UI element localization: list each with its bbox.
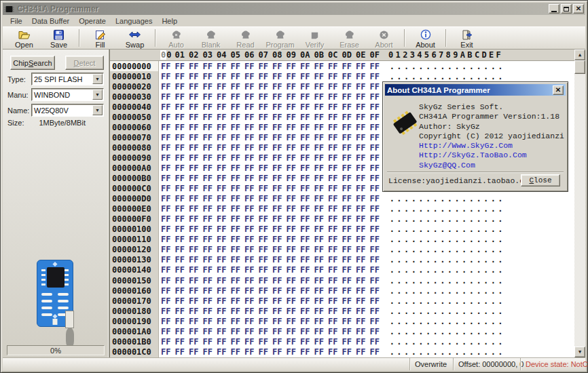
ascii-cell[interactable]: . bbox=[468, 224, 475, 234]
hex-byte-cell[interactable]: FF bbox=[159, 153, 173, 163]
ascii-cell[interactable]: . bbox=[454, 347, 461, 357]
ascii-cell[interactable]: . bbox=[418, 286, 425, 296]
ascii-cell[interactable]: . bbox=[388, 224, 396, 234]
ascii-cell[interactable]: . bbox=[432, 214, 439, 224]
hex-byte-cell[interactable]: FF bbox=[340, 245, 354, 254]
hex-byte-cell[interactable]: FF bbox=[368, 265, 382, 275]
ascii-cell[interactable]: . bbox=[482, 62, 490, 71]
hex-byte-cell[interactable]: FF bbox=[270, 245, 284, 254]
hex-byte-cell[interactable]: FF bbox=[326, 307, 340, 316]
hex-byte-cell[interactable]: FF bbox=[159, 224, 173, 234]
hex-byte-cell[interactable]: FF bbox=[187, 143, 201, 153]
ascii-cell[interactable]: . bbox=[454, 255, 461, 264]
ascii-cell[interactable]: . bbox=[388, 194, 396, 203]
hex-byte-cell[interactable]: FF bbox=[242, 123, 257, 132]
hex-byte-cell[interactable]: FF bbox=[312, 194, 327, 203]
ascii-cell[interactable]: . bbox=[454, 307, 461, 316]
hex-byte-cell[interactable]: FF bbox=[229, 224, 243, 234]
hex-byte-cell[interactable]: FF bbox=[298, 317, 312, 326]
hex-byte-cell[interactable]: FF bbox=[340, 123, 354, 132]
hex-byte-cell[interactable]: FF bbox=[215, 347, 229, 357]
ascii-cell[interactable]: . bbox=[475, 317, 483, 326]
hex-byte-cell[interactable]: FF bbox=[270, 327, 284, 336]
about-close-button[interactable]: Close bbox=[521, 174, 560, 186]
ascii-cell[interactable]: . bbox=[418, 307, 425, 316]
hex-byte-cell[interactable]: FF bbox=[284, 184, 299, 193]
ascii-cell[interactable]: . bbox=[424, 296, 432, 306]
hex-byte-cell[interactable]: FF bbox=[257, 276, 271, 286]
ascii-cell[interactable]: . bbox=[396, 337, 403, 347]
ascii-cell[interactable]: . bbox=[396, 317, 403, 326]
hex-byte-cell[interactable]: FF bbox=[242, 174, 257, 183]
ascii-cell[interactable]: . bbox=[497, 72, 504, 81]
ascii-cell[interactable]: . bbox=[388, 276, 396, 286]
hex-byte-cell[interactable]: FF bbox=[159, 307, 173, 316]
ascii-cell[interactable]: . bbox=[432, 72, 439, 81]
hex-byte-cell[interactable]: FF bbox=[242, 224, 257, 234]
ascii-cell[interactable]: . bbox=[446, 214, 454, 224]
hex-byte-cell[interactable]: FF bbox=[354, 174, 368, 183]
hex-byte-cell[interactable]: FF bbox=[284, 337, 299, 347]
hex-byte-cell[interactable]: FF bbox=[257, 317, 271, 326]
hex-byte-cell[interactable]: FF bbox=[270, 72, 284, 81]
hex-byte-cell[interactable]: FF bbox=[215, 174, 229, 183]
hex-byte-cell[interactable]: FF bbox=[270, 265, 284, 275]
ascii-cell[interactable]: . bbox=[454, 327, 461, 336]
ascii-cell[interactable]: . bbox=[460, 296, 468, 306]
ascii-cell[interactable]: . bbox=[439, 235, 446, 244]
hex-byte-cell[interactable]: FF bbox=[312, 92, 327, 102]
hex-byte-cell[interactable]: FF bbox=[187, 286, 201, 296]
hex-byte-cell[interactable]: FF bbox=[298, 62, 312, 71]
ascii-cell[interactable]: . bbox=[396, 224, 403, 234]
ascii-cell[interactable]: . bbox=[497, 194, 504, 203]
hex-byte-cell[interactable]: FF bbox=[368, 82, 382, 92]
hex-byte-cell[interactable]: FF bbox=[242, 113, 257, 122]
hex-byte-cell[interactable]: FF bbox=[340, 265, 354, 275]
ascii-cell[interactable]: . bbox=[403, 317, 410, 326]
ascii-cell[interactable]: . bbox=[460, 62, 468, 71]
hex-byte-cell[interactable]: FF bbox=[326, 296, 340, 306]
hex-byte-cell[interactable]: FF bbox=[159, 235, 173, 244]
ascii-cell[interactable]: . bbox=[497, 307, 504, 316]
hex-byte-cell[interactable]: FF bbox=[298, 265, 312, 275]
ascii-cell[interactable]: . bbox=[446, 307, 454, 316]
ascii-cell[interactable]: . bbox=[497, 317, 504, 326]
ascii-cell[interactable]: . bbox=[424, 327, 432, 336]
ascii-cell[interactable]: . bbox=[410, 245, 418, 254]
hex-byte-cell[interactable]: FF bbox=[201, 143, 215, 153]
ascii-cell[interactable]: . bbox=[490, 62, 497, 71]
hex-byte-cell[interactable]: FF bbox=[242, 184, 257, 193]
hex-byte-cell[interactable]: FF bbox=[340, 82, 354, 92]
ascii-cell[interactable]: . bbox=[403, 224, 410, 234]
ascii-cell[interactable]: . bbox=[410, 296, 418, 306]
ascii-cell[interactable]: . bbox=[482, 347, 490, 357]
hex-byte-cell[interactable]: FF bbox=[229, 276, 243, 286]
hex-byte-cell[interactable]: FF bbox=[201, 276, 215, 286]
hex-byte-cell[interactable]: FF bbox=[340, 133, 354, 142]
ascii-cell[interactable]: . bbox=[468, 286, 475, 296]
hex-byte-cell[interactable]: FF bbox=[312, 163, 327, 173]
ascii-cell[interactable]: . bbox=[446, 255, 454, 264]
ascii-cell[interactable]: . bbox=[475, 204, 483, 214]
ascii-cell[interactable]: . bbox=[418, 337, 425, 347]
hex-byte-cell[interactable]: FF bbox=[242, 214, 257, 224]
hex-byte-cell[interactable]: FF bbox=[242, 204, 257, 214]
hex-byte-cell[interactable]: FF bbox=[326, 224, 340, 234]
hex-byte-cell[interactable]: FF bbox=[257, 153, 271, 163]
hex-byte-cell[interactable]: FF bbox=[284, 194, 299, 203]
hex-byte-cell[interactable]: FF bbox=[229, 235, 243, 244]
ascii-cell[interactable]: . bbox=[468, 296, 475, 306]
hex-byte-cell[interactable]: FF bbox=[312, 153, 327, 163]
ascii-cell[interactable]: . bbox=[482, 317, 490, 326]
ascii-cell[interactable]: . bbox=[418, 265, 425, 275]
hex-byte-cell[interactable]: FF bbox=[201, 174, 215, 183]
ascii-cell[interactable]: . bbox=[482, 204, 490, 214]
ascii-cell[interactable]: . bbox=[424, 307, 432, 316]
hex-byte-cell[interactable]: FF bbox=[229, 327, 243, 336]
hex-byte-cell[interactable]: FF bbox=[229, 286, 243, 296]
ascii-cell[interactable]: . bbox=[418, 72, 425, 81]
ascii-cell[interactable]: . bbox=[454, 72, 461, 81]
hex-byte-cell[interactable]: FF bbox=[229, 214, 243, 224]
ascii-cell[interactable]: . bbox=[410, 265, 418, 275]
hex-byte-cell[interactable]: FF bbox=[312, 102, 327, 112]
